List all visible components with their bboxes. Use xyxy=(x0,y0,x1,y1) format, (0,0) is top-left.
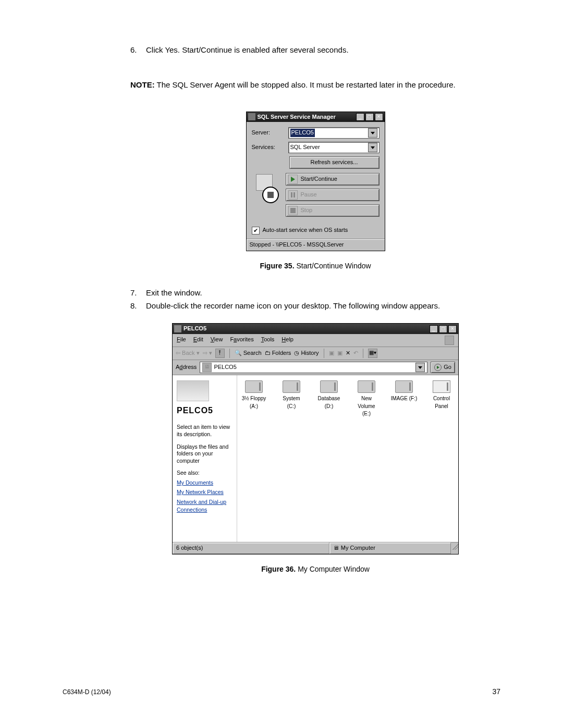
sql-title-text: SQL Server Service Manager xyxy=(258,113,356,121)
move-to-icon[interactable]: ▣ xyxy=(329,349,334,357)
sql-titlebar[interactable]: SQL Server Service Manager _ □ × xyxy=(247,112,385,122)
maximize-button[interactable]: □ xyxy=(365,113,374,121)
stop-button[interactable]: Stop xyxy=(286,204,380,217)
explorer-title-text: PELCO5 xyxy=(183,325,430,333)
link-my-documents[interactable]: My Documents xyxy=(177,479,232,487)
pause-icon xyxy=(288,190,298,200)
sql-app-icon xyxy=(248,113,255,120)
autostart-checkbox[interactable]: ✔ xyxy=(252,227,260,235)
forward-button[interactable]: ⇨ ▾ xyxy=(203,349,212,357)
note-block: NOTE: The SQL Server Agent will be stopp… xyxy=(130,79,500,91)
chevron-down-icon[interactable] xyxy=(368,128,377,138)
stop-label: Stop xyxy=(301,206,313,215)
services-dropdown[interactable]: SQL Server xyxy=(288,142,380,153)
sidebar-desc: Displays the files and folders on your c… xyxy=(177,443,232,465)
chevron-down-icon[interactable] xyxy=(415,363,425,372)
drive-new-volume-e[interactable]: New Volume (E:) xyxy=(353,380,380,418)
refresh-services-button[interactable]: Refresh services... xyxy=(289,156,380,169)
server-value: PELCO5 xyxy=(290,129,315,137)
figure-35-caption: Figure 35. Start/Continue Window xyxy=(130,261,500,271)
search-button[interactable]: 🔍 Search xyxy=(235,349,262,357)
my-computer-icon: 🖥 xyxy=(202,363,212,372)
drive-system-c[interactable]: System (C:) xyxy=(278,380,305,410)
explorer-window: PELCO5 _ □ × File Edit View Favorites To… xyxy=(172,323,459,554)
address-label: Address xyxy=(176,363,197,372)
link-my-network-places[interactable]: My Network Places xyxy=(177,488,232,496)
undo-icon[interactable]: ↶ xyxy=(353,349,358,357)
resize-grip-icon[interactable] xyxy=(451,542,458,550)
delete-icon[interactable]: ✕ xyxy=(346,349,350,357)
chevron-down-icon[interactable] xyxy=(368,143,377,152)
floppy-drive-icon xyxy=(245,380,263,393)
menu-view[interactable]: View xyxy=(211,336,223,345)
drive-image-f[interactable]: IMAGE (F:) xyxy=(390,380,418,403)
hard-drive-icon xyxy=(320,380,338,393)
copy-to-icon[interactable]: ▣ xyxy=(337,349,342,357)
explorer-titlebar[interactable]: PELCO5 _ □ × xyxy=(173,324,458,334)
minimize-button[interactable]: _ xyxy=(430,325,438,333)
step-8-number: 8. xyxy=(130,300,146,312)
pause-button[interactable]: Pause xyxy=(286,189,380,201)
history-button[interactable]: ◷ History xyxy=(294,349,319,357)
folders-button[interactable]: 🗀 Folders xyxy=(265,349,291,357)
menu-tools[interactable]: Tools xyxy=(261,336,275,345)
step-7-text: Exit the window. xyxy=(146,287,202,299)
server-label: Server: xyxy=(252,129,288,137)
status-object-count: 6 object(s) xyxy=(173,542,329,554)
menu-favorites[interactable]: Favorites xyxy=(230,336,253,345)
step-6-text: Click Yes. Start/Continue is enabled aft… xyxy=(146,44,349,56)
pause-label: Pause xyxy=(301,191,317,199)
explorer-statusbar: 6 object(s) 🖥 My Computer xyxy=(173,542,458,554)
address-bar: Address 🖥 PELCO5 Go xyxy=(173,360,458,375)
separator xyxy=(363,349,363,358)
go-button[interactable]: Go xyxy=(431,362,455,373)
control-panel-icon xyxy=(433,380,450,393)
maximize-button[interactable]: □ xyxy=(439,325,447,333)
sidebar-heading: PELCO5 xyxy=(177,404,232,416)
explorer-toolbar: ⇦ Back ▾ ⇨ ▾ ⭱ 🔍 Search 🗀 Folders ◷ Hist… xyxy=(173,347,458,360)
sql-status-bar: Stopped - \\PELCO5 - MSSQLServer xyxy=(247,239,385,251)
my-computer-icon: 🖥 xyxy=(333,544,339,552)
step-8-text: Double-click the recorder name icon on y… xyxy=(146,300,440,312)
windows-logo-icon xyxy=(445,336,454,345)
go-arrow-icon xyxy=(434,364,442,371)
close-button[interactable]: × xyxy=(448,325,457,333)
figure-36-caption: Figure 36. My Computer Window xyxy=(130,564,500,574)
close-button[interactable]: × xyxy=(375,113,383,121)
step-8: 8. Double-click the recorder name icon o… xyxy=(130,300,500,312)
views-button[interactable]: ▦▾ xyxy=(368,349,377,358)
explorer-menubar[interactable]: File Edit View Favorites Tools Help xyxy=(173,334,458,347)
separator xyxy=(324,349,324,358)
hard-drive-icon xyxy=(395,380,413,393)
start-continue-button[interactable]: Start/Continue xyxy=(286,173,380,186)
up-button[interactable]: ⭱ xyxy=(215,349,225,358)
explorer-sidebar: PELCO5 Select an item to view its descri… xyxy=(173,375,237,542)
drive-floppy-a[interactable]: 3½ Floppy (A:) xyxy=(240,380,267,410)
back-button[interactable]: ⇦ Back ▾ xyxy=(176,349,200,357)
note-text: The SQL Server Agent will be stopped als… xyxy=(155,80,456,89)
service-status-icon xyxy=(252,173,280,204)
address-input[interactable]: 🖥 PELCO5 xyxy=(200,362,427,373)
menu-edit[interactable]: Edit xyxy=(193,336,203,345)
server-dropdown[interactable]: PELCO5 xyxy=(288,127,380,139)
explorer-file-pane[interactable]: 3½ Floppy (A:) System (C:) Database (D:)… xyxy=(237,375,458,542)
control-panel[interactable]: Control Panel xyxy=(428,380,455,410)
step-6-number: 6. xyxy=(130,44,146,56)
autostart-label: Auto-start service when OS starts xyxy=(263,226,348,235)
status-location: 🖥 My Computer xyxy=(329,542,451,554)
sql-service-manager-window: SQL Server Service Manager _ □ × Server:… xyxy=(246,112,385,252)
menu-help[interactable]: Help xyxy=(282,336,293,345)
hard-drive-icon xyxy=(283,380,300,393)
my-computer-icon xyxy=(174,325,181,332)
step-7: 7. Exit the window. xyxy=(130,287,500,299)
drive-database-d[interactable]: Database (D:) xyxy=(315,380,342,410)
sidebar-seealso: See also: xyxy=(177,470,232,477)
stop-icon xyxy=(288,206,298,215)
minimize-button[interactable]: _ xyxy=(356,113,364,121)
services-value: SQL Server xyxy=(290,143,320,152)
footer-doc-id: C634M-D (12/04) xyxy=(63,688,111,697)
services-label: Services: xyxy=(252,143,288,152)
link-network-dialup[interactable]: Network and Dial-up Connections xyxy=(177,498,232,514)
note-label: NOTE: xyxy=(130,80,155,89)
menu-file[interactable]: File xyxy=(177,336,186,345)
